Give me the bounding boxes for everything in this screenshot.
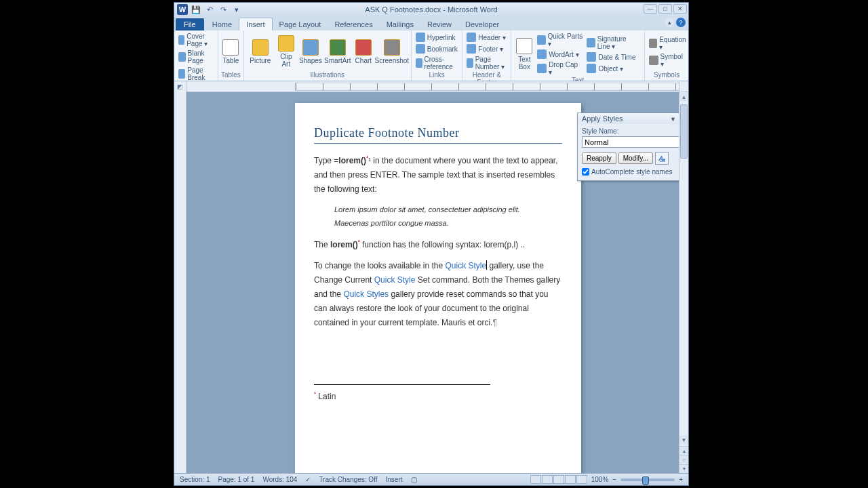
zoom-level[interactable]: 100% (591, 476, 609, 483)
text-box-button[interactable]: Text Box (514, 38, 534, 70)
quick-access-toolbar: W 💾 ↶ ↷ ▾ (174, 4, 242, 15)
page-number-button[interactable]: Page Number ▾ (465, 55, 508, 71)
quick-parts-button[interactable]: Quick Parts ▾ (536, 32, 584, 48)
undo-icon[interactable]: ↶ (204, 4, 215, 15)
style-name-label: Style Name: (582, 127, 684, 135)
minimize-button[interactable]: — (644, 4, 657, 14)
date-time-button[interactable]: Date & Time (585, 52, 641, 62)
group-tables: Table Tables (218, 30, 244, 81)
smartart-button[interactable]: SmartArt (324, 39, 351, 64)
status-page[interactable]: Page: 1 of 1 (218, 476, 254, 483)
blank-page-button[interactable]: Blank Page (177, 49, 215, 65)
hyperlink-button[interactable]: Hyperlink (414, 32, 459, 43)
ribbon-body: Cover Page ▾ Blank Page Page Break Pages… (174, 30, 688, 81)
file-tab[interactable]: File (176, 18, 204, 30)
group-text: Text Box Quick Parts ▾ WordArt ▾ Drop Ca… (511, 30, 645, 81)
app-window: W 💾 ↶ ↷ ▾ ASK Q Footnotes.docx - Microso… (174, 2, 689, 486)
vertical-ruler[interactable] (174, 92, 186, 473)
outline-view-icon[interactable] (565, 475, 576, 484)
styles-dialog-icon[interactable]: A͟ₐ (655, 152, 669, 165)
close-button[interactable]: ✕ (673, 4, 687, 14)
autocomplete-check-input[interactable] (582, 168, 589, 176)
zoom-slider[interactable] (620, 479, 675, 481)
style-name-combo[interactable]: ▼ (582, 136, 684, 148)
full-screen-view-icon[interactable] (542, 475, 553, 484)
tab-page-layout[interactable]: Page Layout (273, 18, 328, 30)
autocomplete-checkbox[interactable]: AutoComplete style names (582, 168, 684, 176)
quick-style-link[interactable]: Quick Style (445, 261, 486, 270)
paragraph: To change the looks available in the Qui… (314, 259, 562, 330)
cover-page-button[interactable]: Cover Page ▾ (177, 32, 215, 48)
help-icon[interactable]: ? (676, 18, 686, 27)
footnote: ¹ Latin (314, 389, 562, 404)
pane-titlebar[interactable]: Apply Styles ▼✕ (578, 113, 688, 124)
vertical-scrollbar[interactable]: ▲ ▼ ▴ ○ ▾ (679, 92, 688, 473)
minimize-ribbon-icon[interactable]: ▴ (665, 18, 674, 27)
picture-button[interactable]: Picture (247, 39, 274, 64)
footer-button[interactable]: Footer ▾ (465, 43, 508, 54)
ribbon-tabs: File Home Insert Page Layout References … (174, 16, 688, 30)
web-layout-view-icon[interactable] (553, 475, 564, 484)
clip-art-button[interactable]: Clip Art (275, 35, 297, 68)
ruler-corner[interactable]: ◩ (174, 81, 186, 92)
signature-line-button[interactable]: Signature Line ▾ (585, 35, 641, 51)
print-layout-view-icon[interactable] (530, 475, 541, 484)
header-button[interactable]: Header ▾ (465, 32, 508, 43)
status-macro-icon[interactable]: ▢ (411, 476, 417, 483)
chart-button[interactable]: Chart (353, 39, 374, 64)
status-words[interactable]: Words: 104 (262, 476, 297, 483)
tab-home[interactable]: Home (205, 18, 239, 30)
cross-reference-button[interactable]: Cross-reference (414, 55, 459, 71)
scroll-thumb[interactable] (680, 104, 688, 159)
status-proof-icon[interactable]: ✓ (305, 476, 311, 483)
status-track[interactable]: Track Changes: Off (319, 476, 377, 483)
status-insert[interactable]: Insert (386, 476, 403, 483)
group-label: Illustrations (247, 71, 408, 79)
equation-button[interactable]: Equation ▾ (648, 35, 688, 52)
tab-insert[interactable]: Insert (239, 18, 273, 30)
scroll-down-icon[interactable]: ▼ (679, 435, 688, 445)
scroll-up-icon[interactable]: ▲ (679, 92, 688, 102)
table-button[interactable]: Table (221, 39, 241, 64)
qat-customize-icon[interactable]: ▾ (231, 4, 242, 15)
pane-dropdown-icon[interactable]: ▼ (670, 116, 676, 123)
status-section[interactable]: Section: 1 (180, 476, 210, 483)
object-button[interactable]: Object ▾ (585, 63, 641, 74)
ruler-bar: ◩ (174, 81, 688, 92)
prev-page-icon[interactable]: ▴ (679, 446, 688, 455)
redo-icon[interactable]: ↷ (218, 4, 229, 15)
next-page-icon[interactable]: ▾ (679, 464, 688, 473)
screenshot-button[interactable]: Screenshot (376, 39, 408, 64)
zoom-in-icon[interactable]: + (679, 476, 683, 483)
tab-review[interactable]: Review (420, 18, 458, 30)
quick-style-link[interactable]: Quick Style (374, 275, 416, 285)
shapes-button[interactable]: Shapes (298, 39, 323, 64)
zoom-out-icon[interactable]: − (612, 476, 616, 483)
page[interactable]: Duplicate Footnote Number Type =lorem()¹… (295, 103, 581, 473)
save-icon[interactable]: 💾 (191, 4, 201, 15)
paragraph: Type =lorem()¹¹ in the document where yo… (314, 153, 562, 197)
horizontal-ruler[interactable] (295, 83, 680, 91)
tab-mailings[interactable]: Mailings (380, 18, 420, 30)
maximize-button[interactable]: □ (658, 4, 672, 14)
tab-references[interactable]: References (328, 18, 379, 30)
bookmark-button[interactable]: Bookmark (414, 43, 459, 54)
window-title: ASK Q Footnotes.docx - Microsoft Word (365, 5, 497, 14)
quick-styles-link[interactable]: Quick Styles (343, 289, 389, 299)
style-name-input[interactable] (582, 136, 681, 148)
drop-cap-button[interactable]: Drop Cap ▾ (536, 60, 584, 77)
group-symbols: Equation ▾ Symbol ▾ Symbols (645, 30, 688, 81)
page-break-button[interactable]: Page Break (177, 66, 215, 82)
symbol-button[interactable]: Symbol ▾ (648, 52, 688, 68)
browse-object-icon[interactable]: ○ (679, 455, 688, 464)
modify-button[interactable]: Modify... (618, 152, 653, 164)
group-label: Symbols (648, 71, 686, 79)
tab-developer[interactable]: Developer (458, 18, 506, 30)
group-links: Hyperlink Bookmark Cross-reference Links (412, 30, 462, 81)
document-area: Duplicate Footnote Number Type =lorem()¹… (174, 92, 688, 473)
draft-view-icon[interactable] (576, 475, 587, 484)
group-pages: Cover Page ▾ Blank Page Page Break Pages (174, 30, 218, 81)
reapply-button[interactable]: Reapply (582, 152, 616, 164)
wordart-button[interactable]: WordArt ▾ (536, 49, 584, 60)
quote: Lorem ipsum dolor sit amet, consectetuer… (334, 203, 555, 230)
